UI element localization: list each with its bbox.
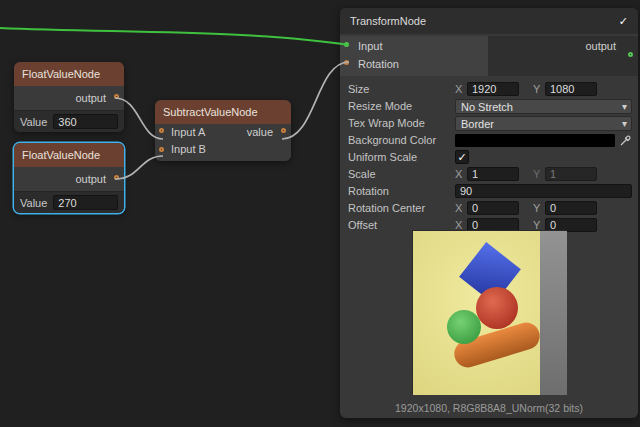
background-color-swatch[interactable]: [455, 134, 615, 147]
input-port-row: Input: [340, 38, 488, 55]
size-x-input[interactable]: [467, 82, 519, 96]
preview-scene: [413, 231, 567, 395]
tex-wrap-mode-dropdown[interactable]: Border ▾: [455, 116, 632, 131]
node-title[interactable]: SubtractValueNode: [155, 100, 291, 124]
property-row-resize-mode: Resize Mode No Stretch ▾: [348, 98, 632, 114]
node-enabled-check-icon[interactable]: ✓: [619, 8, 628, 34]
preview-red-sphere: [476, 287, 518, 329]
float-value-node-2[interactable]: FloatValueNode output Value: [14, 143, 124, 213]
texture-info-footer: 1920x1080, R8G8B8A8_UNorm(32 bits): [340, 402, 638, 414]
scale-y-input: [545, 167, 597, 181]
input-port[interactable]: [344, 42, 349, 47]
resize-mode-label: Resize Mode: [348, 100, 455, 112]
value-input[interactable]: [53, 195, 118, 210]
transform-node[interactable]: TransformNode ✓ Input Rotation output Si…: [340, 8, 638, 418]
rotation-center-x-input[interactable]: [467, 201, 519, 215]
rotation-port-row: Rotation: [340, 56, 488, 73]
size-y-label: Y: [533, 83, 541, 95]
property-row-scale: Scale X Y: [348, 166, 632, 182]
rotation-input[interactable]: [455, 184, 632, 198]
value-label: Value: [20, 116, 47, 128]
input-a-port[interactable]: [159, 128, 164, 133]
tex-wrap-mode-label: Tex Wrap Mode: [348, 117, 455, 129]
input-port-label: Input: [358, 40, 382, 52]
resize-mode-value: No Stretch: [461, 101, 513, 113]
chevron-down-icon: ▾: [622, 117, 627, 131]
input-a-label: Input A: [171, 126, 205, 138]
property-row-background-color: Background Color: [348, 132, 632, 148]
property-row-size: Size X Y: [348, 81, 632, 97]
value-output-label: value: [247, 124, 273, 141]
input-ports-box: Input Rotation: [340, 36, 488, 76]
property-row-uniform-scale: Uniform Scale ✓: [348, 149, 632, 165]
output-port-row: output: [14, 167, 124, 191]
value-row: Value: [14, 191, 124, 213]
input-b-port[interactable]: [159, 147, 164, 152]
node-title: TransformNode: [350, 15, 426, 27]
chevron-down-icon: ▾: [622, 100, 627, 114]
texture-preview: [412, 230, 566, 394]
wire-offscreen-to-transform-input[interactable]: [0, 28, 349, 45]
output-port-row: output: [14, 86, 124, 110]
node-graph-canvas[interactable]: FloatValueNode output Value FloatValueNo…: [0, 0, 640, 427]
rotation-center-label: Rotation Center: [348, 202, 455, 214]
size-x-label: X: [455, 83, 463, 95]
input-b-row: Input B: [155, 141, 291, 161]
output-port[interactable]: [628, 52, 633, 57]
output-port[interactable]: [114, 175, 119, 180]
input-b-label: Input B: [171, 143, 206, 155]
tex-wrap-mode-value: Border: [461, 118, 494, 130]
preview-gray-wall: [540, 231, 567, 395]
wire-subtract-to-rotation[interactable]: [282, 62, 349, 139]
uniform-scale-label: Uniform Scale: [348, 151, 455, 163]
uniform-scale-checkbox[interactable]: ✓: [455, 150, 469, 164]
rotation-port[interactable]: [344, 60, 349, 65]
scale-x-label: X: [455, 168, 463, 180]
output-port-label: output: [75, 92, 106, 104]
scale-x-input[interactable]: [467, 167, 519, 181]
value-row: Value: [14, 110, 124, 132]
size-y-input[interactable]: [545, 82, 597, 96]
output-port-label: output: [75, 173, 106, 185]
value-input[interactable]: [53, 114, 118, 129]
rotation-label: Rotation: [348, 185, 455, 197]
float-value-node-1[interactable]: FloatValueNode output Value: [14, 62, 124, 132]
rotation-center-y-label: Y: [533, 202, 541, 214]
ports-section: Input Rotation output: [340, 36, 638, 76]
preview-green-sphere: [447, 310, 481, 344]
output-port[interactable]: [114, 94, 119, 99]
rotation-center-y-input[interactable]: [545, 201, 597, 215]
value-output-port[interactable]: [281, 128, 286, 133]
scale-y-label: Y: [533, 168, 541, 180]
properties-panel: Size X Y Resize Mode No Stretch ▾ Tex Wr…: [348, 81, 632, 234]
scale-label: Scale: [348, 168, 455, 180]
resize-mode-dropdown[interactable]: No Stretch ▾: [455, 99, 632, 114]
property-row-rotation-center: Rotation Center X Y: [348, 200, 632, 216]
background-color-label: Background Color: [348, 134, 455, 146]
value-label: Value: [20, 197, 47, 209]
rotation-center-x-label: X: [455, 202, 463, 214]
node-title[interactable]: FloatValueNode: [14, 62, 124, 86]
output-port-label: output: [585, 38, 616, 55]
input-a-row: Input A value: [155, 124, 291, 141]
property-row-tex-wrap-mode: Tex Wrap Mode Border ▾: [348, 115, 632, 131]
size-label: Size: [348, 83, 455, 95]
rotation-port-label: Rotation: [358, 58, 399, 70]
eyedropper-icon[interactable]: [618, 133, 632, 147]
node-title-bar[interactable]: TransformNode ✓: [340, 8, 638, 34]
property-row-rotation: Rotation: [348, 183, 632, 199]
subtract-value-node[interactable]: SubtractValueNode Input A value Input B: [155, 100, 291, 161]
node-title[interactable]: FloatValueNode: [14, 143, 124, 167]
